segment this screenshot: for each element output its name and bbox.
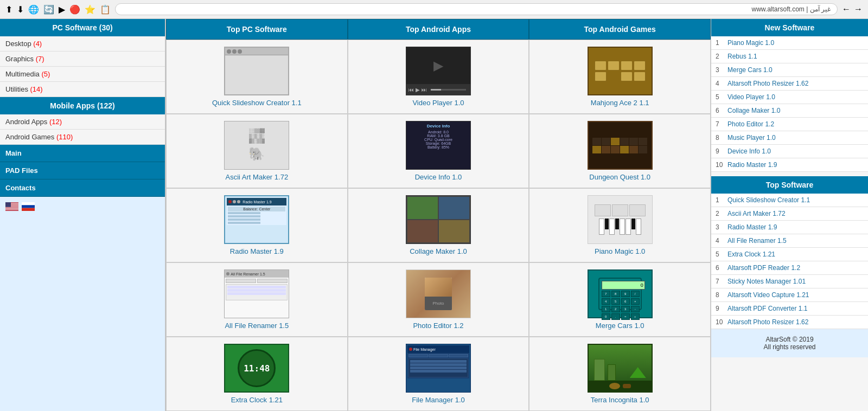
new-software-item-10[interactable]: 10 Radio Master 1.9 (711, 158, 868, 172)
sidebar-item-graphics[interactable]: Graphics (7) (0, 52, 165, 67)
bookmark-icon[interactable]: ⭐ (85, 4, 95, 15)
sidebar-item-android-apps[interactable]: Android Apps (12) (0, 114, 165, 130)
content-area: Top PC Software Top Android Apps Top And… (165, 19, 868, 411)
thumb-terra (588, 344, 653, 393)
ns-name-10: Radio Master 1.9 (727, 161, 777, 169)
utilities-label: Utilities (5, 85, 30, 93)
sidebar-nav-pad[interactable]: PAD Files (0, 162, 165, 179)
grid-cell-pc-3: Radio Master 1.9 Balance: Center Radio M… (166, 188, 348, 262)
ts-num-1: 1 (716, 196, 725, 204)
ts-num-3: 3 (716, 223, 725, 231)
ts-num-4: 4 (716, 237, 725, 245)
pc-app-3-name[interactable]: Radio Master 1.9 (230, 247, 284, 255)
thumb-video: ▶ ⏮▶⏭ (406, 47, 471, 95)
ns-name-2: Rebus 1.1 (727, 53, 757, 60)
top-software-item-10[interactable]: 10 Altarsoft Photo Resizer 1.62 (711, 316, 868, 329)
page-wrapper: PC Software (30) Desktop (4) Graphics (7… (0, 19, 868, 411)
app-5-name[interactable]: File Manager 1.0 (412, 396, 465, 404)
ts-name-10: Altarsoft Photo Resizer 1.62 (727, 318, 808, 326)
browser-toolbar: ⬆ ⬇ 🌐 🔄 ▶ 🔴 ⭐ 📋 (5, 4, 111, 15)
pc-app-5-name[interactable]: Extra Clock 1.21 (231, 396, 283, 404)
new-software-item-4[interactable]: 4 Altarsoft Photo Resizer 1.62 (711, 77, 868, 91)
top-software-list: 1 Quick Slideshow Creator 1.1 2 Ascii Ar… (711, 194, 868, 329)
pc-app-4-name[interactable]: All File Renamer 1.5 (225, 322, 289, 330)
reload-icon[interactable]: 🔄 (43, 4, 54, 15)
top-software-item-9[interactable]: 9 Altarsoft PDF Converter 1.1 (711, 302, 868, 316)
sidebar-nav-contacts[interactable]: Contacts (0, 179, 165, 197)
app-4-name[interactable]: Photo Editor 1.2 (413, 322, 463, 330)
new-software-item-1[interactable]: 1 Piano Magic 1.0 (711, 36, 868, 50)
right-panel: New Software 1 Piano Magic 1.0 2 Rebus 1… (711, 19, 868, 411)
game-2-name[interactable]: Dungeon Quest 1.0 (589, 173, 650, 181)
new-software-item-6[interactable]: 6 Collage Maker 1.0 (711, 104, 868, 118)
flags-area (0, 197, 165, 216)
ns-name-4: Altarsoft Photo Resizer 1.62 (727, 80, 808, 87)
download-icon[interactable]: ⬇ (17, 4, 24, 15)
android-games-count: (110) (56, 133, 73, 141)
game-4-name[interactable]: Merge Cars 1.0 (596, 322, 644, 330)
android-apps-col-header: Top Android Apps (348, 19, 529, 40)
svg-rect-7 (5, 202, 11, 207)
thumb-piano-game (588, 195, 653, 244)
new-software-item-8[interactable]: 8 Music Player 1.0 (711, 131, 868, 145)
ns-name-6: Collage Maker 1.0 (727, 107, 780, 114)
new-software-item-9[interactable]: 9 Device Info 1.0 (711, 145, 868, 158)
ts-name-4: All File Renamer 1.5 (727, 237, 787, 245)
flag-ru[interactable] (22, 202, 35, 211)
ts-num-5: 5 (716, 251, 725, 258)
svg-rect-9 (22, 205, 35, 208)
pc-app-2-name[interactable]: Ascii Art Maker 1.72 (226, 173, 289, 181)
back-icon[interactable]: ← (842, 4, 851, 14)
menu-icon[interactable]: 📋 (100, 4, 111, 15)
android-games-col-header: Top Android Games (529, 19, 711, 40)
pc-app-1-name[interactable]: Quick Slideshow Creator 1.1 (212, 99, 302, 107)
ts-name-7: Sticky Notes Manager 1.01 (727, 278, 806, 285)
globe-icon[interactable]: 🌐 (28, 4, 39, 15)
top-software-item-2[interactable]: 2 Ascii Art Maker 1.72 (711, 207, 868, 221)
ts-name-5: Extra Clock 1.21 (727, 251, 775, 258)
grid-cell-game-2: Dungeon Quest 1.0 (529, 114, 711, 188)
ns-num-5: 5 (716, 93, 725, 101)
new-software-item-7[interactable]: 7 Photo Editor 1.2 (711, 118, 868, 131)
new-software-item-5[interactable]: 5 Video Player 1.0 (711, 91, 868, 104)
app-2-name[interactable]: Device Info 1.0 (415, 173, 462, 181)
top-software-item-4[interactable]: 4 All File Renamer 1.5 (711, 234, 868, 248)
ns-num-1: 1 (716, 39, 725, 47)
ns-name-7: Photo Editor 1.2 (727, 120, 774, 128)
upload-icon[interactable]: ⬆ (5, 4, 12, 15)
ts-name-9: Altarsoft PDF Converter 1.1 (727, 305, 807, 312)
sidebar-item-multimedia[interactable]: Multimedia (5) (0, 67, 165, 82)
stop-icon[interactable]: 🔴 (69, 4, 80, 15)
ns-num-2: 2 (716, 53, 725, 60)
pc-software-col-header: Top PC Software (166, 19, 348, 40)
app-3-name[interactable]: Collage Maker 1.0 (410, 247, 467, 255)
game-3-name[interactable]: Piano Magic 1.0 (595, 247, 645, 255)
top-software-item-8[interactable]: 8 Altarsoft Video Capture 1.21 (711, 288, 868, 302)
svg-rect-10 (22, 208, 35, 211)
forward-icon[interactable]: → (854, 4, 863, 14)
top-software-item-6[interactable]: 6 Altarsoft PDF Reader 1.2 (711, 261, 868, 275)
sidebar-item-utilities[interactable]: Utilities (14) (0, 82, 165, 97)
ns-num-8: 8 (716, 134, 725, 142)
thumb-collage (406, 195, 471, 244)
game-1-name[interactable]: Mahjong Ace 2 1.1 (591, 99, 649, 107)
top-software-item-5[interactable]: 5 Extra Clock 1.21 (711, 248, 868, 261)
play-icon[interactable]: ▶ (59, 4, 65, 15)
address-bar[interactable]: www.altarsoft.com | غير آمن (115, 3, 838, 15)
sidebar-item-desktop[interactable]: Desktop (4) (0, 36, 165, 52)
flag-us[interactable] (5, 202, 18, 211)
new-software-item-2[interactable]: 2 Rebus 1.1 (711, 50, 868, 63)
ts-num-2: 2 (716, 210, 725, 217)
top-software-item-3[interactable]: 3 Radio Master 1.9 (711, 221, 868, 234)
sidebar-nav-main[interactable]: Main (0, 145, 165, 162)
top-software-item-7[interactable]: 7 Sticky Notes Manager 1.01 (711, 275, 868, 288)
new-software-item-3[interactable]: 3 Merge Cars 1.0 (711, 63, 868, 77)
multimedia-count: (5) (41, 70, 50, 78)
ts-name-6: Altarsoft PDF Reader 1.2 (727, 264, 800, 272)
desktop-label: Desktop (5, 40, 33, 48)
game-5-name[interactable]: Terra Incognita 1.0 (591, 396, 649, 404)
sidebar-item-android-games[interactable]: Android Games (110) (0, 130, 165, 145)
app-1-name[interactable]: Video Player 1.0 (412, 99, 464, 107)
grid-cell-pc-5: 11:48 Extra Clock 1.21 (166, 337, 348, 411)
top-software-item-1[interactable]: 1 Quick Slideshow Creator 1.1 (711, 194, 868, 207)
